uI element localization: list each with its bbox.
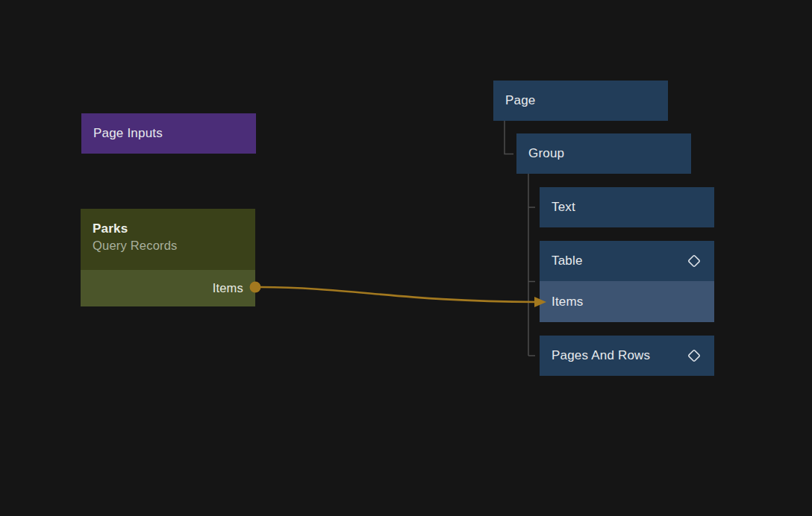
node-parks-subtitle: Query Records: [93, 237, 243, 254]
tree-node-pages-and-rows[interactable]: Pages And Rows: [540, 336, 714, 376]
tree-node-text[interactable]: Text: [540, 187, 714, 227]
tree-line-page-to-group: [505, 121, 513, 154]
tree-node-page-label: Page: [505, 93, 536, 108]
tree-node-text-label: Text: [552, 200, 575, 215]
node-page-inputs-label: Page Inputs: [93, 126, 163, 141]
node-parks-output-row[interactable]: Items: [81, 270, 255, 306]
connection-edge[interactable]: [260, 287, 537, 302]
tree-line-group-to-children: [528, 174, 535, 356]
node-parks-query[interactable]: Parks Query Records Items: [81, 209, 255, 306]
node-page-inputs[interactable]: Page Inputs: [81, 113, 256, 154]
diamond-icon: [686, 347, 702, 364]
tree-node-page[interactable]: Page: [493, 81, 668, 121]
output-port-label: Items: [213, 281, 243, 295]
flow-editor-canvas[interactable]: Page Inputs Parks Query Records Items Pa…: [0, 0, 812, 516]
tree-node-group-label: Group: [528, 146, 564, 161]
tree-node-group[interactable]: Group: [516, 133, 691, 174]
tree-node-pages-and-rows-label: Pages And Rows: [552, 348, 650, 363]
node-parks-title: Parks: [93, 220, 243, 237]
node-parks-header[interactable]: Parks Query Records: [81, 209, 255, 270]
tree-node-table[interactable]: Table: [540, 241, 714, 281]
diamond-icon: [686, 253, 702, 269]
tree-node-items[interactable]: Items: [540, 281, 714, 322]
tree-node-items-label: Items: [552, 295, 584, 309]
tree-node-table-label: Table: [552, 254, 583, 268]
